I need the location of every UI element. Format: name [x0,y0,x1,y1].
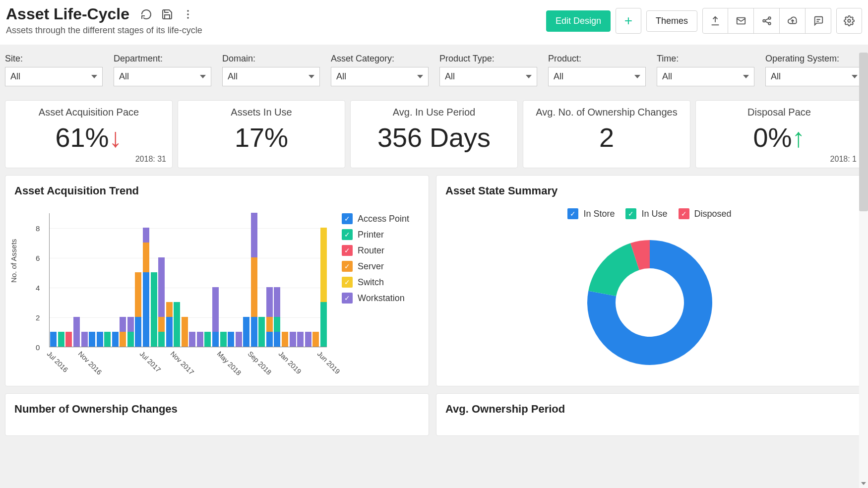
legend-label: Switch [358,277,384,288]
page-subtitle: Assets through the different stages of i… [6,25,202,36]
edit-design-button[interactable]: Edit Design [546,10,611,32]
filter-5: Product: All [548,54,646,86]
kpi-row: Asset Acquisition Pace 61%↓ 2018: 31Asse… [5,100,863,168]
x-tick: Nov 2016 [76,350,103,376]
legend-checkbox-icon: ✓ [342,245,353,256]
x-tick: Jun 2019 [315,350,342,376]
legend-item[interactable]: ✓In Use [625,208,667,219]
trend-up-icon: ↑ [792,122,806,152]
filter-value: All [445,71,455,82]
x-tick: Nov 2017 [169,350,196,376]
filter-0: Site: All [5,54,103,86]
legend-item[interactable]: ✓Printer [342,229,409,240]
share-button[interactable] [754,8,780,34]
legend-checkbox-icon: ✓ [342,229,353,240]
chevron-down-icon [91,75,97,78]
legend-item[interactable]: ✓Server [342,261,409,272]
filter-value: All [554,71,563,82]
kpi-label: Avg. In Use Period [393,107,475,118]
add-button[interactable]: + [616,8,641,34]
filter-select[interactable]: All [657,67,754,86]
donut-legend: ✓In Store✓In Use✓Disposed [445,208,854,219]
bar-chart: No. of Assets 02468Jul 2016Nov 2016Jul 2… [14,208,332,377]
filter-select[interactable]: All [222,67,320,86]
legend-item[interactable]: ✓Router [342,245,409,256]
filter-6: Time: All [657,54,754,86]
title-row: Asset Life-Cycle [6,5,202,23]
mail-button[interactable] [728,8,754,34]
refresh-icon[interactable] [140,8,152,20]
chevron-down-icon [852,75,858,78]
bar-chart-plot: 02468Jul 2016Nov 2016Jul 2017Nov 2017May… [49,213,327,347]
scroll-down-icon[interactable] [859,479,868,488]
legend-item[interactable]: ✓Disposed [679,208,732,219]
cloud-upload-button[interactable] [780,8,806,34]
chart-title: Asset State Summary [445,184,854,197]
themes-button[interactable]: Themes [646,10,697,32]
more-vertical-icon[interactable] [182,8,194,20]
legend-checkbox-icon: ✓ [342,213,353,224]
legend-label: Server [358,261,384,272]
x-tick: May 2018 [215,350,242,376]
kpi-card: Avg. In Use Period 356 Days [350,100,518,168]
filter-value: All [119,71,129,82]
donut-segment[interactable] [588,243,639,296]
comment-button[interactable] [806,8,831,34]
filters-row: Site: AllDepartment: AllDomain: AllAsset… [5,45,863,100]
legend-label: In Store [583,209,615,219]
filter-label: Domain: [222,54,320,64]
legend-label: Disposed [694,209,732,219]
donut-chart [575,228,724,377]
y-tick: 4 [36,284,40,292]
y-axis-label: No. of Assets [9,239,18,283]
legend-checkbox-icon: ✓ [342,277,353,288]
kpi-label: Assets In Use [231,107,292,118]
trend-down-icon: ↓ [109,122,123,152]
chart-title: Number of Ownership Changes [14,403,420,416]
ownership-changes-card: Number of Ownership Changes [5,393,429,436]
filter-label: Operating System: [765,54,863,64]
filter-select[interactable]: All [5,67,103,86]
action-icon-group [702,8,831,34]
y-tick: 6 [36,254,40,262]
filter-value: All [662,71,672,82]
kpi-value: 17% [235,122,288,153]
kpi-label: Asset Acquisition Pace [39,107,139,118]
kpi-card: Disposal Pace 0%↑ 2018: 1 [695,100,863,168]
header-right: Edit Design + Themes [546,8,862,34]
filter-select[interactable]: All [765,67,863,86]
legend-item[interactable]: ✓Workstation [342,293,409,304]
chevron-down-icon [200,75,206,78]
scrollbar-thumb[interactable] [859,53,868,211]
bar-chart-legend: ✓Access Point✓Printer✓Router✓Server✓Swit… [342,208,409,377]
avg-ownership-period-card: Avg. Ownership Period [436,393,863,436]
filter-select[interactable]: All [439,67,537,86]
legend-item[interactable]: ✓In Store [567,208,615,219]
y-tick: 2 [36,313,40,322]
filter-select[interactable]: All [331,67,429,86]
filter-select[interactable]: All [548,67,646,86]
kpi-label: Avg. No. of Ownership Changes [536,107,677,118]
x-tick: Jul 2016 [46,350,72,376]
chart-row-2: Number of Ownership Changes Avg. Ownersh… [5,393,863,436]
page-header: Asset Life-Cycle Assets through the diff… [0,0,868,45]
save-icon[interactable] [161,8,173,20]
title-icon-group [140,8,194,20]
filter-label: Product Type: [439,54,537,64]
legend-item[interactable]: ✓Access Point [342,213,409,224]
filter-label: Time: [657,54,754,64]
export-button[interactable] [702,8,728,34]
legend-label: Workstation [358,293,405,304]
legend-checkbox-icon: ✓ [625,208,636,219]
settings-button[interactable] [836,8,862,34]
filter-7: Operating System: All [765,54,863,86]
kpi-card: Assets In Use 17% [178,100,345,168]
legend-item[interactable]: ✓Switch [342,277,409,288]
y-tick: 8 [36,224,40,233]
vertical-scrollbar[interactable] [859,53,868,488]
chevron-down-icon [417,75,423,78]
filter-select[interactable]: All [114,67,211,86]
x-tick: Sep 2018 [246,350,273,376]
chevron-down-icon [309,75,314,78]
filter-3: Asset Category: All [331,54,429,86]
